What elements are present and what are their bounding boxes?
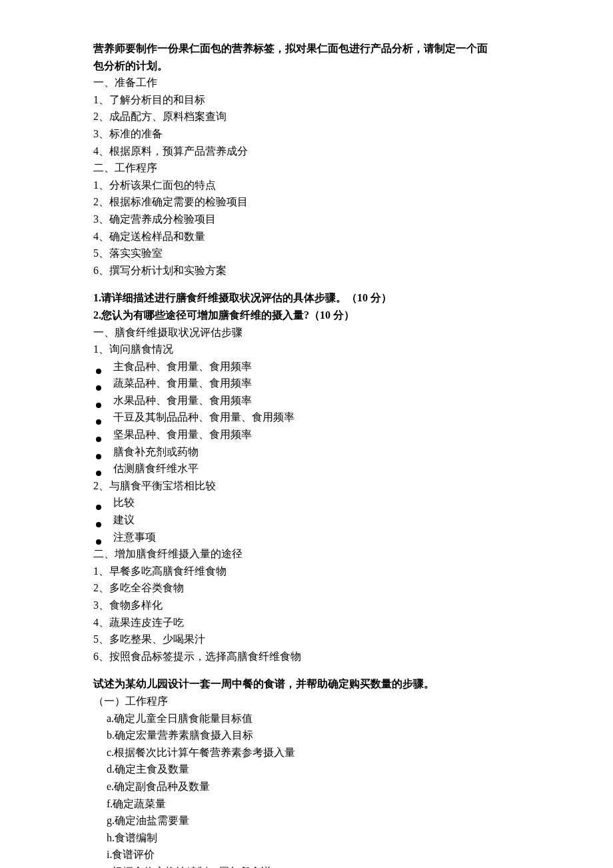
bullet-item: 估测膳食纤维水平 — [93, 460, 520, 477]
section2-title1: 1.请详细描述进行膳食纤维摄取状况评估的具体步骤。（10 分） — [93, 289, 520, 307]
bullet-icon — [96, 522, 101, 527]
bullet-text: 建议 — [113, 511, 135, 529]
s1-q1: 1、分析该果仁面包的特点 — [93, 177, 520, 194]
spacer — [93, 279, 520, 289]
s2-q3: 3、食物多样化 — [93, 597, 520, 614]
bullet-icon — [96, 471, 101, 476]
s3-d: d.确定主食及数量 — [107, 761, 520, 778]
s2-p1: 1、询问膳食情况 — [93, 341, 520, 358]
bullet-icon — [96, 385, 101, 391]
s2-q1: 1、早餐多吃高膳食纤维食物 — [93, 563, 520, 580]
bullet-icon — [96, 403, 101, 408]
s1-p1: 1、了解分析目的和目标 — [93, 91, 520, 109]
s2-h1: 一、膳食纤维摄取状况评估步骤 — [93, 324, 520, 341]
bullet-icon — [96, 539, 101, 545]
s1-p2: 2、成品配方、原料档案查询 — [93, 108, 520, 125]
s1-h2: 二、工作程序 — [93, 159, 520, 177]
bullet-item: 坚果品种、食用量、食用频率 — [93, 426, 520, 443]
s3-j: j.根据食物交换法编制一周午餐食谱 — [107, 863, 520, 868]
bullet-item: 干豆及其制品品种、食用量、食用频率 — [93, 409, 520, 426]
s1-q6: 6、撰写分析计划和实验方案 — [93, 262, 520, 279]
bullet-text: 主食品种、食用量、食用频率 — [113, 358, 252, 375]
s3-f: f.确定蔬菜量 — [107, 795, 520, 813]
bullet-icon — [96, 419, 101, 425]
s2-h2: 二、增加膳食纤维摄入量的途径 — [93, 545, 520, 563]
bullet-item: 建议 — [93, 511, 520, 529]
bullet-icon — [96, 369, 101, 374]
bullet-text: 估测膳食纤维水平 — [113, 460, 199, 477]
bullet-icon — [96, 437, 101, 442]
s1-q4: 4、确定送检样品和数量 — [93, 228, 520, 245]
s1-p3: 3、标准的准备 — [93, 125, 520, 143]
s1-q2: 2、根据标准确定需要的检验项目 — [93, 193, 520, 211]
bullet-icon — [96, 505, 101, 510]
s3-h1: （一）工作程序 — [93, 693, 520, 710]
s3-sublist: a.确定儿童全日膳食能量目标值 b.确定宏量营养素膳食摄入目标 c.根据餐次比计… — [93, 710, 520, 868]
s3-g: g.确定油盐需要量 — [107, 812, 520, 829]
s3-i: i.食谱评价 — [107, 846, 520, 863]
s1-q5: 5、落实实验室 — [93, 245, 520, 262]
s2-p2: 2、与膳食平衡宝塔相比较 — [93, 477, 520, 495]
bullet-item: 膳食补充剂或药物 — [93, 443, 520, 461]
spacer — [93, 665, 520, 675]
s3-e: e.确定副食品种及数量 — [107, 778, 520, 795]
bullet-text: 坚果品种、食用量、食用频率 — [113, 426, 252, 443]
bullet-text: 注意事项 — [113, 529, 156, 546]
s1-q3: 3、确定营养成分检验项目 — [93, 211, 520, 228]
s3-c: c.根据餐次比计算午餐营养素参考摄入量 — [107, 744, 520, 761]
bullet-text: 膳食补充剂或药物 — [113, 443, 199, 461]
bullet-text: 干豆及其制品品种、食用量、食用频率 — [113, 409, 295, 426]
bullet-item: 比较 — [93, 494, 520, 511]
s3-b: b.确定宏量营养素膳食摄入目标 — [107, 727, 520, 744]
s2-q2: 2、多吃全谷类食物 — [93, 579, 520, 597]
s2-q6: 6、按照食品标签提示，选择高膳食纤维食物 — [93, 648, 520, 665]
section1-title-line1: 营养师要制作一份果仁面包的营养标签，拟对果仁面包进行产品分析，请制定一个面 — [93, 40, 520, 57]
bullet-item: 水果品种、食用量、食用频率 — [93, 392, 520, 409]
s1-h1: 一、准备工作 — [93, 74, 520, 91]
bullet-item: 注意事项 — [93, 529, 520, 546]
s3-h: h.食谱编制 — [107, 829, 520, 847]
s2-q5: 5、多吃整果、少喝果汁 — [93, 631, 520, 648]
bullet-icon — [96, 454, 101, 459]
bullet-item: 蔬菜品种、食用量、食用频率 — [93, 375, 520, 392]
bullet-text: 水果品种、食用量、食用频率 — [113, 392, 252, 409]
bullet-item: 主食品种、食用量、食用频率 — [93, 358, 520, 375]
bullet-text: 比较 — [113, 494, 135, 511]
section2-title2: 2.您认为有哪些途径可增加膳食纤维的摄入量?（10 分） — [93, 307, 520, 324]
section1-title-line2: 包分析的计划。 — [93, 57, 520, 75]
s3-a: a.确定儿童全日膳食能量目标值 — [107, 710, 520, 727]
s2-q4: 4、蔬果连皮连子吃 — [93, 614, 520, 631]
bullet-text: 蔬菜品种、食用量、食用频率 — [113, 375, 252, 392]
section3-title: 试述为某幼儿园设计一套一周中餐的食谱，并帮助确定购买数量的步骤。 — [93, 675, 520, 693]
s1-p4: 4、根据原料，预算产品营养成分 — [93, 143, 520, 160]
